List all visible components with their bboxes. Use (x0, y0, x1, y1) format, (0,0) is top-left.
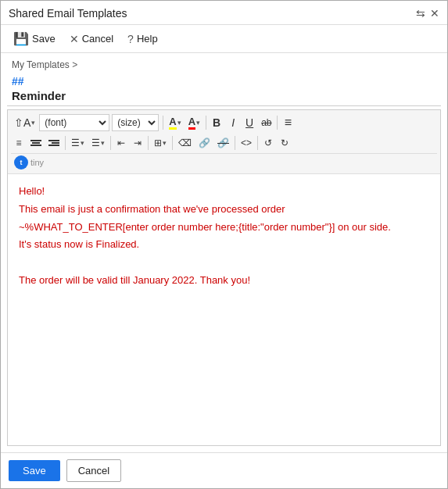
template-title: Reminder (1, 87, 447, 105)
title-bar-controls: ⇆ ✕ (416, 7, 439, 20)
editor-toolbar: ⇧A ▾ (font) (size) A (8, 110, 440, 174)
more-format-icon: ≡ (285, 116, 292, 130)
code-icon: <> (241, 137, 252, 148)
tiny-logo-icon: t (14, 155, 28, 170)
bold-btn[interactable]: B (209, 114, 224, 131)
italic-icon: I (231, 116, 235, 129)
main-window: Shared Email Templates ⇆ ✕ 💾 Save ✕ Canc… (0, 0, 448, 489)
redo-btn[interactable]: ↻ (277, 134, 292, 152)
font-color-icon: A (188, 116, 195, 130)
divider-8 (235, 136, 235, 150)
highlight-icon: A (169, 116, 176, 130)
editor-line-3: ~%WHAT_TO_ENTER[enter order number here;… (19, 220, 429, 236)
editor-container: ⇧A ▾ (font) (size) A (7, 109, 441, 446)
unlink-icon: 🔗 (217, 137, 229, 148)
cancel-label: Cancel (82, 33, 113, 45)
align-right-icon (48, 140, 59, 146)
editor-line-2: This email is just a confirmation that w… (19, 202, 429, 218)
eraser-icon: ⌫ (178, 137, 192, 148)
italic-btn[interactable]: I (225, 114, 241, 131)
save-button[interactable]: 💾 Save (9, 29, 60, 48)
table-chevron: ▾ (163, 139, 167, 147)
underline-btn[interactable]: U (242, 114, 257, 131)
table-btn[interactable]: ⊞ ▾ (151, 134, 170, 152)
highlight-chevron: ▾ (177, 119, 181, 127)
table-icon: ⊞ (154, 137, 162, 148)
window-title: Shared Email Templates (9, 7, 127, 20)
strikethrough-btn[interactable]: ab (258, 114, 274, 131)
font-color-chevron: ▾ (196, 119, 200, 127)
underline-icon: U (246, 116, 253, 129)
highlight-btn[interactable]: A ▾ (166, 114, 184, 131)
numbered-list-btn[interactable]: ☰ ▾ (88, 134, 108, 152)
outdent-btn[interactable]: ⇤ (113, 134, 129, 152)
align-left-btn[interactable]: ≡ (11, 134, 27, 152)
pin-icon[interactable]: ⇆ (416, 7, 425, 20)
divider-6 (148, 136, 149, 150)
breadcrumb-text: My Templates (12, 59, 70, 70)
indent-icon: ⇥ (134, 137, 142, 148)
bullet-list-icon: ☰ (71, 137, 80, 148)
divider-1 (163, 116, 163, 130)
undo-icon: ↺ (264, 137, 272, 148)
help-label: Help (137, 33, 158, 45)
save-icon: 💾 (13, 31, 29, 46)
tiny-text: tiny (30, 158, 44, 167)
numbered-list-chevron: ▾ (101, 139, 105, 147)
link-btn[interactable]: 🔗 (195, 134, 213, 152)
divider-9 (257, 136, 258, 150)
toolbar-row-2: ≡ (11, 133, 437, 153)
cancel-button[interactable]: ✕ Cancel (65, 30, 118, 48)
footer-cancel-button[interactable]: Cancel (66, 459, 121, 482)
redo-icon: ↻ (281, 137, 289, 148)
outdent-icon: ⇤ (117, 137, 125, 148)
help-button[interactable]: ? Help (123, 30, 163, 48)
template-hash: ## (1, 72, 447, 87)
breadcrumb[interactable]: My Templates > (1, 53, 447, 72)
align-center-icon (30, 140, 41, 146)
align-right-btn[interactable] (45, 134, 63, 152)
close-icon[interactable]: ✕ (430, 7, 439, 20)
title-bar: Shared Email Templates ⇆ ✕ (1, 1, 447, 25)
toolbar-row-1: ⇧A ▾ (font) (size) A (11, 112, 437, 133)
bold-icon: B (213, 116, 220, 129)
link-icon: 🔗 (199, 137, 210, 148)
numbered-list-icon: ☰ (91, 137, 100, 148)
separator (7, 105, 441, 106)
font-color-btn[interactable]: A ▾ (185, 114, 203, 131)
eraser-btn[interactable]: ⌫ (175, 134, 195, 152)
help-icon: ? (127, 33, 134, 45)
code-btn[interactable]: <> (238, 134, 255, 152)
editor-body[interactable]: Hello! This email is just a confirmation… (8, 174, 440, 445)
format-text-icon: ⇧A (14, 116, 30, 129)
template-variable: ~%WHAT_TO_ENTER[enter order number here;… (19, 221, 335, 233)
cancel-icon: ✕ (70, 33, 79, 45)
format-text-btn[interactable]: ⇧A ▾ (11, 114, 38, 131)
editor-line-4: It's status now is Finalized. (19, 237, 429, 253)
editor-line-1: Hello! (19, 184, 429, 200)
align-left-icon: ≡ (16, 137, 21, 148)
strikethrough-icon: ab (261, 117, 271, 128)
divider-3 (277, 116, 278, 130)
font-select[interactable]: (font) (39, 114, 109, 131)
main-toolbar: 💾 Save ✕ Cancel ? Help (1, 25, 447, 53)
bullet-list-chevron: ▾ (81, 139, 84, 147)
divider-4 (65, 136, 66, 150)
more-format-btn[interactable]: ≡ (280, 114, 296, 131)
tiny-logo-row: t tiny (11, 153, 437, 171)
format-text-chevron: ▾ (31, 119, 35, 127)
undo-btn[interactable]: ↺ (260, 134, 276, 152)
divider-5 (110, 136, 111, 150)
unlink-btn[interactable]: 🔗 (214, 134, 232, 152)
bullet-list-btn[interactable]: ☰ ▾ (68, 134, 88, 152)
size-select[interactable]: (size) (112, 114, 159, 131)
align-center-btn[interactable] (27, 134, 45, 152)
save-label: Save (32, 33, 56, 45)
breadcrumb-separator: > (72, 59, 77, 70)
indent-btn[interactable]: ⇥ (130, 134, 145, 152)
editor-line-6: The order will be valid till January 202… (19, 273, 429, 289)
divider-7 (172, 136, 173, 150)
footer: Save Cancel (1, 452, 447, 488)
divider-2 (206, 116, 206, 130)
footer-save-button[interactable]: Save (9, 460, 60, 481)
